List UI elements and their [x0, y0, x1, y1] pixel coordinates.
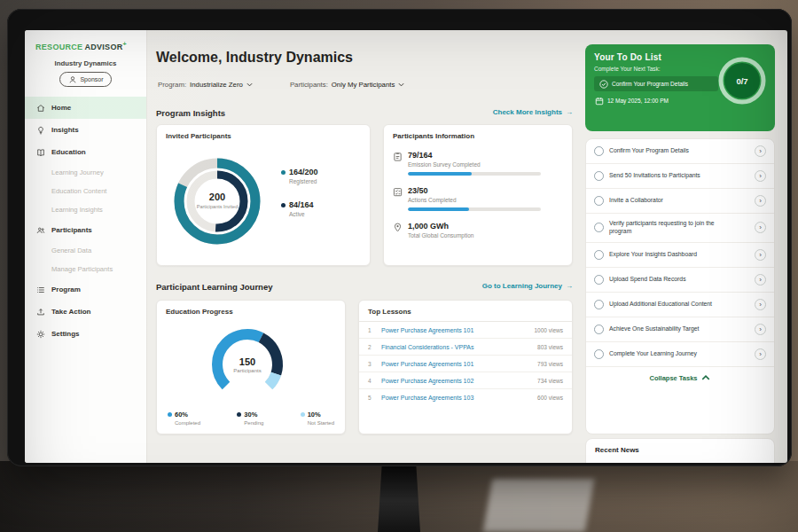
task-checkbox[interactable] [594, 275, 604, 285]
info-row-emission-survey: 79/164 Emission Survey Completed [384, 151, 572, 176]
monitor-bezel: RESOURCEADVISOR+ Industry Dynamics Spons… [7, 9, 792, 466]
sidebar-item-learning-insights[interactable]: Learning Insights [25, 200, 146, 219]
active-label: Active [289, 211, 318, 217]
task-item[interactable]: Upload Additional Educational Content › [586, 293, 774, 317]
clipboard-icon [393, 152, 403, 161]
sidebar-item-insights[interactable]: Insights [25, 119, 146, 141]
sidebar-item-home[interactable]: Home [25, 97, 146, 119]
sidebar-item-education-content[interactable]: Education Content [25, 182, 146, 200]
sponsor-badge[interactable]: Sponsor [59, 72, 111, 87]
task-checkbox[interactable] [594, 300, 604, 309]
chevron-right-icon[interactable]: › [755, 222, 766, 233]
link-label: Go to Learning Journey [482, 282, 562, 290]
task-checkbox[interactable] [594, 349, 604, 359]
lesson-link[interactable]: Financial Considerations - VPPAs [381, 344, 532, 350]
todo-task-list: Confirm Your Program Details › Send 50 I… [585, 138, 775, 434]
task-item[interactable]: Explore Your Insights Dashboard › [586, 243, 774, 268]
screen: RESOURCEADVISOR+ Industry Dynamics Spons… [25, 30, 787, 463]
task-checkbox[interactable] [594, 171, 604, 181]
lesson-link[interactable]: Power Purchase Agreements 103 [381, 395, 532, 401]
task-item[interactable]: Achieve One Sustainability Target › [586, 317, 774, 342]
task-item[interactable]: Upload Spend Data Records › [586, 268, 774, 293]
lesson-link[interactable]: Power Purchase Agreements 101 [381, 327, 528, 333]
task-checkbox[interactable] [594, 223, 604, 232]
participants-select[interactable]: Participants: Only My Participants [290, 81, 404, 89]
chevron-right-icon[interactable]: › [755, 170, 766, 182]
location-pin-icon [393, 223, 403, 232]
sidebar-item-take-action[interactable]: Take Action [25, 301, 146, 323]
card-title: Invited Participants [157, 125, 370, 140]
task-item[interactable]: Complete Your Learning Journey › [586, 342, 774, 367]
legend-item-pending: 30% Pending [237, 411, 263, 426]
lesson-rank: 4 [368, 378, 376, 384]
not-started-value: 10% [308, 411, 321, 419]
chevron-right-icon[interactable]: › [755, 249, 766, 261]
task-label: Invite a Collaborator [609, 197, 719, 205]
sidebar-item-learning-journey[interactable]: Learning Journey [25, 163, 146, 182]
task-checkbox[interactable] [594, 146, 604, 156]
lesson-row[interactable]: 3 Power Purchase Agreements 101 793 view… [359, 356, 572, 372]
task-label: Verify participants requesting to join t… [609, 220, 719, 236]
gear-icon [35, 329, 45, 339]
sidebar-item-label: Home [51, 104, 71, 112]
task-checkbox[interactable] [594, 196, 604, 206]
task-checkbox[interactable] [594, 325, 604, 334]
go-to-learning-journey-link[interactable]: Go to Learning Journey → [482, 282, 573, 290]
legend-item-not-started: 10% Not Started [301, 411, 334, 426]
task-label: Upload Additional Educational Content [609, 301, 719, 309]
chevron-right-icon[interactable]: › [755, 195, 766, 207]
lesson-link[interactable]: Power Purchase Agreements 101 [381, 361, 532, 367]
lesson-views: 803 views [537, 344, 563, 350]
lesson-rank: 5 [368, 395, 376, 401]
chevron-right-icon[interactable]: › [755, 145, 766, 157]
completed-value: 60% [175, 411, 188, 419]
chevron-right-icon[interactable]: › [755, 299, 766, 310]
sidebar-item-participants[interactable]: Participants [25, 219, 146, 241]
task-item[interactable]: Verify participants requesting to join t… [586, 214, 774, 243]
task-checkbox[interactable] [594, 250, 604, 260]
sidebar-item-general-data[interactable]: General Data [25, 241, 146, 260]
sidebar-item-program[interactable]: Program [25, 278, 146, 301]
invited-participants-card: Invited Participants 200 Participants In… [156, 124, 371, 266]
participants-select-value: Only My Participants [332, 81, 395, 89]
logo-plus: + [123, 41, 127, 47]
active-dot-icon [281, 203, 286, 207]
lesson-row[interactable]: 5 Power Purchase Agreements 103 600 view… [359, 389, 572, 405]
chevron-right-icon[interactable]: › [755, 274, 766, 286]
lesson-rank: 1 [368, 327, 376, 333]
check-circle-icon [598, 79, 608, 89]
desk-object [483, 479, 595, 532]
sidebar-item-settings[interactable]: Settings [25, 323, 146, 345]
lesson-link[interactable]: Power Purchase Agreements 102 [381, 378, 532, 384]
completed-label: Completed [175, 420, 200, 426]
sidebar-item-manage-participants[interactable]: Manage Participants [25, 260, 146, 278]
app-logo: RESOURCEADVISOR+ [25, 30, 146, 51]
chevron-right-icon[interactable]: › [755, 348, 766, 360]
lesson-row[interactable]: 1 Power Purchase Agreements 101 1000 vie… [359, 322, 572, 339]
chevron-right-icon[interactable]: › [755, 324, 766, 335]
sidebar-item-education[interactable]: Education [25, 141, 146, 163]
check-more-insights-link[interactable]: Check More Insights → [493, 108, 573, 116]
program-select[interactable]: Program: Industrialize Zero [158, 81, 253, 89]
task-label: Complete Your Learning Journey [609, 350, 719, 358]
logo-text-primary: RESOURCE [35, 43, 82, 51]
metric-value: 23/50 [408, 186, 541, 195]
task-label: Send 50 Invitations to Participants [609, 172, 719, 180]
collapse-tasks-button[interactable]: Collapse Tasks [586, 367, 774, 389]
registered-dot-icon [281, 170, 286, 175]
invited-participants-donut-chart: 200 Participants Invited [164, 148, 270, 254]
lesson-row[interactable]: 4 Power Purchase Agreements 102 734 view… [359, 372, 572, 389]
lesson-row[interactable]: 2 Financial Considerations - VPPAs 803 v… [359, 339, 572, 356]
task-item[interactable]: Send 50 Invitations to Participants › [586, 164, 774, 189]
monitor-stand [378, 463, 420, 532]
pending-value: 30% [244, 411, 257, 419]
task-label: Upload Spend Data Records [609, 276, 719, 284]
info-row-actions: 23/50 Actions Completed [384, 186, 572, 211]
pending-dot-icon [237, 412, 241, 417]
task-item[interactable]: Confirm Your Program Details › [586, 139, 774, 164]
not-started-dot-icon [301, 412, 305, 417]
next-task-pill[interactable]: Confirm Your Program Details [594, 76, 718, 91]
task-item[interactable]: Invite a Collaborator › [586, 189, 774, 214]
pending-label: Pending [244, 420, 263, 426]
gauge-legend: 60% Completed 30% Pending 10% Not Starte… [157, 411, 345, 426]
